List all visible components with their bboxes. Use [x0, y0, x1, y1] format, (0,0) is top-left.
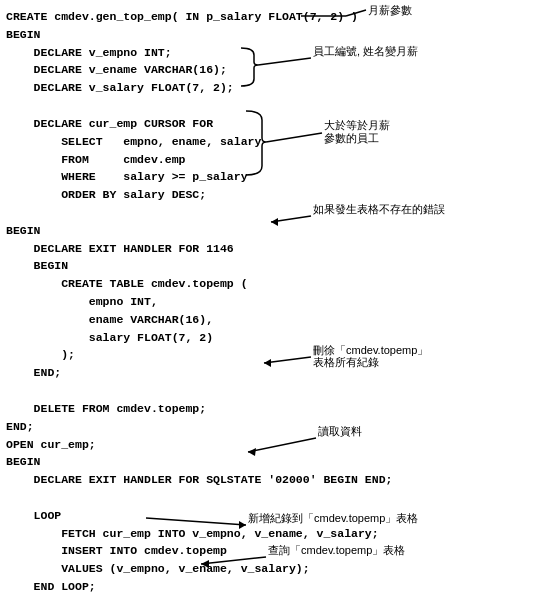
- code-block: CREATE cmdev.gen_top_emp( IN p_salary FL…: [6, 8, 539, 600]
- code-line-22: [6, 382, 539, 400]
- code-line-26: BEGIN: [6, 453, 539, 471]
- code-line-28: [6, 489, 539, 507]
- code-line-8: SELECT empno, ename, salary: [6, 133, 539, 151]
- code-line-7: DECLARE cur_emp CURSOR FOR: [6, 115, 539, 133]
- code-line-18: ename VARCHAR(16),: [6, 311, 539, 329]
- code-line-10: WHERE salary >= p_salary: [6, 168, 539, 186]
- code-line-21: END;: [6, 364, 539, 382]
- code-line-34: END;: [6, 596, 539, 600]
- code-line-17: empno INT,: [6, 293, 539, 311]
- code-line-11: ORDER BY salary DESC;: [6, 186, 539, 204]
- code-line-20: );: [6, 346, 539, 364]
- code-line-31: INSERT INTO cmdev.topemp: [6, 542, 539, 560]
- code-line-15: BEGIN: [6, 257, 539, 275]
- code-line-12: [6, 204, 539, 222]
- code-line-4: DECLARE v_ename VARCHAR(16);: [6, 61, 539, 79]
- code-line-23: DELETE FROM cmdev.topemp;: [6, 400, 539, 418]
- code-area: CREATE cmdev.gen_top_emp( IN p_salary FL…: [6, 8, 539, 600]
- code-line-13: BEGIN: [6, 222, 539, 240]
- code-line-2: BEGIN: [6, 26, 539, 44]
- code-line-5: DECLARE v_salary FLOAT(7, 2);: [6, 79, 539, 97]
- code-line-32: VALUES (v_empno, v_ename, v_salary);: [6, 560, 539, 578]
- code-line-1: CREATE cmdev.gen_top_emp( IN p_salary FL…: [6, 8, 539, 26]
- code-line-29: LOOP: [6, 507, 539, 525]
- code-line-19: salary FLOAT(7, 2): [6, 329, 539, 347]
- code-line-24: END;: [6, 418, 539, 436]
- code-line-33: END LOOP;: [6, 578, 539, 596]
- code-line-16: CREATE TABLE cmdev.topemp (: [6, 275, 539, 293]
- code-line-27: DECLARE EXIT HANDLER FOR SQLSTATE '02000…: [6, 471, 539, 489]
- code-line-3: DECLARE v_empno INT;: [6, 44, 539, 62]
- code-line-9: FROM cmdev.emp: [6, 151, 539, 169]
- code-line-25: OPEN cur_emp;: [6, 436, 539, 454]
- code-line-30: FETCH cur_emp INTO v_empno, v_ename, v_s…: [6, 525, 539, 543]
- code-line-14: DECLARE EXIT HANDLER FOR 1146: [6, 240, 539, 258]
- code-line-6: [6, 97, 539, 115]
